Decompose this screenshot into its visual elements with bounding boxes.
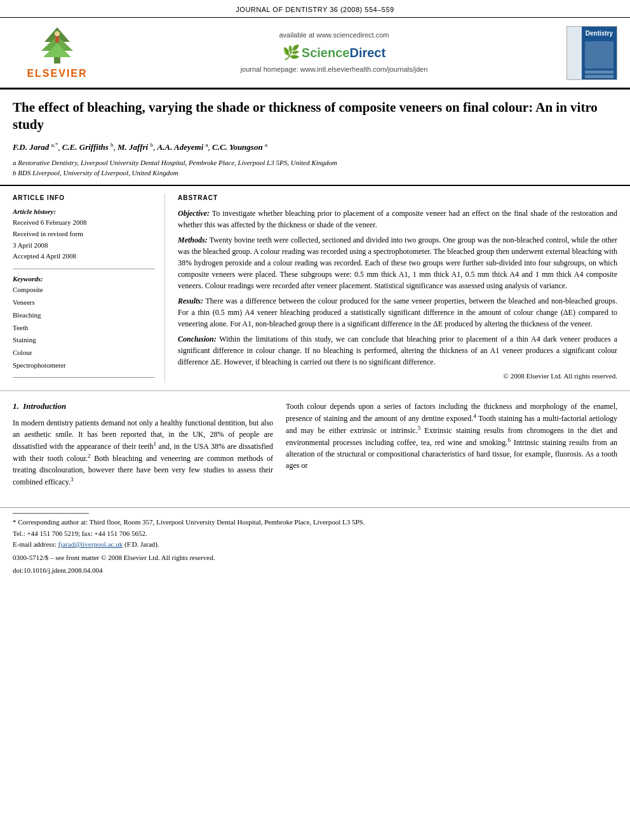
sciencedirect-logo: 🌿 ScienceDirect bbox=[283, 43, 385, 63]
abstract-methods: Methods: Twenty bovine teeth were collec… bbox=[178, 234, 617, 291]
logo-area: ELSEVIER available at www.sciencedirect.… bbox=[0, 18, 630, 89]
introduction-heading: 1. Introduction bbox=[13, 401, 273, 412]
info-abstract-row: ARTICLE INFO Article history: Received 6… bbox=[0, 186, 630, 391]
introduction-title: Introduction bbox=[23, 401, 66, 411]
corresponding-author: * Corresponding author at: Third floor, … bbox=[13, 517, 617, 528]
results-label: Results: bbox=[178, 297, 203, 305]
article-info: ARTICLE INFO Article history: Received 6… bbox=[13, 194, 165, 383]
received-date1: Received 6 February 2008 bbox=[13, 217, 155, 229]
homepage-text: journal homepage: www.intl.elsevierhealt… bbox=[241, 65, 428, 74]
objective-text: To investigate whether bleaching prior t… bbox=[178, 209, 617, 229]
issn-line: 0300-5712/$ – see front matter © 2008 El… bbox=[13, 552, 617, 564]
keyword-colour: Colour bbox=[13, 347, 155, 359]
right-column: Tooth colour depends upon a series of fa… bbox=[286, 401, 617, 491]
intro-right-para1: Tooth colour depends upon a series of fa… bbox=[286, 401, 617, 471]
divider2 bbox=[13, 377, 155, 378]
footer-note: * Corresponding author at: Third floor, … bbox=[13, 517, 617, 577]
center-logos: available at www.sciencedirect.com 🌿 Sci… bbox=[241, 30, 428, 75]
conclusion-text: Within the limitations of this study, we… bbox=[178, 335, 617, 366]
history-label: Article history: bbox=[13, 206, 155, 218]
elsevier-logo: ELSEVIER bbox=[13, 24, 102, 81]
email-address[interactable]: fjarad@liverpool.ac.uk bbox=[58, 540, 123, 548]
article-title-area: The effect of bleaching, varying the sha… bbox=[0, 90, 630, 186]
conclusion-label: Conclusion: bbox=[178, 335, 217, 343]
article-title: The effect of bleaching, varying the sha… bbox=[13, 99, 617, 134]
tel-fax: Tel.: +44 151 706 5219; fax: +44 151 706… bbox=[13, 528, 617, 540]
section-number: 1. bbox=[13, 401, 19, 411]
cover-title: Dentistry bbox=[586, 29, 613, 38]
accepted-date: Accepted 4 April 2008 bbox=[13, 251, 155, 262]
article-history: Article history: Received 6 February 200… bbox=[13, 206, 155, 262]
svg-rect-5 bbox=[55, 36, 59, 43]
svg-point-4 bbox=[55, 31, 60, 36]
doi-line: doi:10.1016/j.jdent.2008.04.004 bbox=[13, 565, 617, 577]
abstract-results: Results: There was a difference between … bbox=[178, 295, 617, 330]
received-date2b: 3 April 2008 bbox=[13, 240, 155, 251]
keyword-list: Composite Veneers Bleaching Teeth Staini… bbox=[13, 284, 155, 372]
journal-cover: Dentistry bbox=[566, 26, 617, 80]
journal-title: JOURNAL OF DENTISTRY 36 (2008) 554–559 bbox=[236, 6, 394, 13]
keywords-label: Keywords: bbox=[13, 274, 155, 284]
sd-text: ScienceDirect bbox=[302, 44, 385, 62]
keyword-staining: Staining bbox=[13, 334, 155, 347]
affiliation-a: a Restorative Dentistry, Liverpool Unive… bbox=[13, 157, 617, 168]
abstract-objective: Objective: To investigate whether bleach… bbox=[178, 208, 617, 230]
footer-area: * Corresponding author at: Third floor, … bbox=[0, 507, 630, 582]
sd-leaf-icon: 🌿 bbox=[283, 43, 300, 63]
keyword-teeth: Teeth bbox=[13, 322, 155, 335]
footnote-divider bbox=[13, 513, 89, 514]
methods-label: Methods: bbox=[178, 236, 208, 244]
email-note: (F.D. Jarad). bbox=[124, 540, 159, 548]
email-label: E-mail address: bbox=[13, 540, 57, 548]
elsevier-text: ELSEVIER bbox=[27, 67, 87, 81]
results-text: There was a difference between the colou… bbox=[178, 297, 617, 328]
received-date2: Received in revised form bbox=[13, 229, 155, 240]
abstract-title: ABSTRACT bbox=[178, 194, 617, 203]
affiliations: a Restorative Dentistry, Liverpool Unive… bbox=[13, 157, 617, 178]
intro-left-para1: In modern dentistry patients demand not … bbox=[13, 417, 273, 488]
journal-header: JOURNAL OF DENTISTRY 36 (2008) 554–559 bbox=[0, 0, 630, 18]
keyword-spectrophotometer: Spectrophotometer bbox=[13, 359, 155, 372]
left-column: 1. Introduction In modern dentistry pati… bbox=[13, 401, 273, 491]
abstract-conclusion: Conclusion: Within the limitations of th… bbox=[178, 333, 617, 368]
abstract-section: ABSTRACT Objective: To investigate wheth… bbox=[178, 194, 617, 383]
authors-line: F.D. Jarad a,*, C.E. Griffiths b, M. Jaf… bbox=[13, 141, 617, 154]
available-text: available at www.sciencedirect.com bbox=[279, 30, 389, 40]
affiliation-b: b BDS Liverpool, University of Liverpool… bbox=[13, 168, 617, 178]
divider1 bbox=[13, 269, 155, 269]
objective-label: Objective: bbox=[178, 209, 210, 218]
keyword-composite: Composite bbox=[13, 284, 155, 297]
methods-text: Twenty bovine teeth were collected, sect… bbox=[178, 236, 617, 290]
article-info-title: ARTICLE INFO bbox=[13, 194, 155, 203]
keywords-section: Keywords: Composite Veneers Bleaching Te… bbox=[13, 274, 155, 372]
keyword-veneers: Veneers bbox=[13, 297, 155, 309]
elsevier-tree-icon bbox=[32, 24, 83, 65]
main-content: 1. Introduction In modern dentistry pati… bbox=[0, 391, 630, 501]
copyright-line: © 2008 Elsevier Ltd. All rights reserved… bbox=[178, 371, 617, 381]
keyword-bleaching: Bleaching bbox=[13, 309, 155, 322]
email-line: E-mail address: fjarad@liverpool.ac.uk (… bbox=[13, 539, 617, 550]
